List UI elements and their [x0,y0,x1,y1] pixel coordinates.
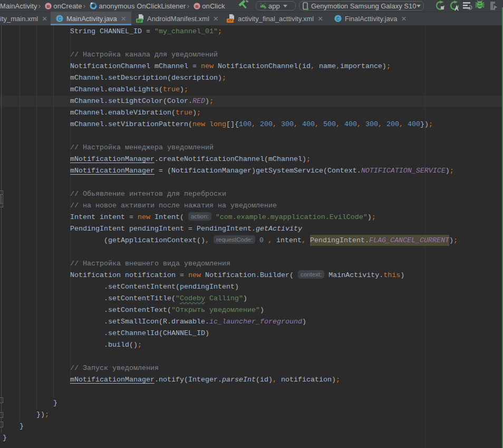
svg-text:C: C [336,16,340,22]
svg-text:MF: MF [137,19,142,23]
svg-text:C: C [58,16,61,22]
svg-text:<>: <> [228,18,232,23]
